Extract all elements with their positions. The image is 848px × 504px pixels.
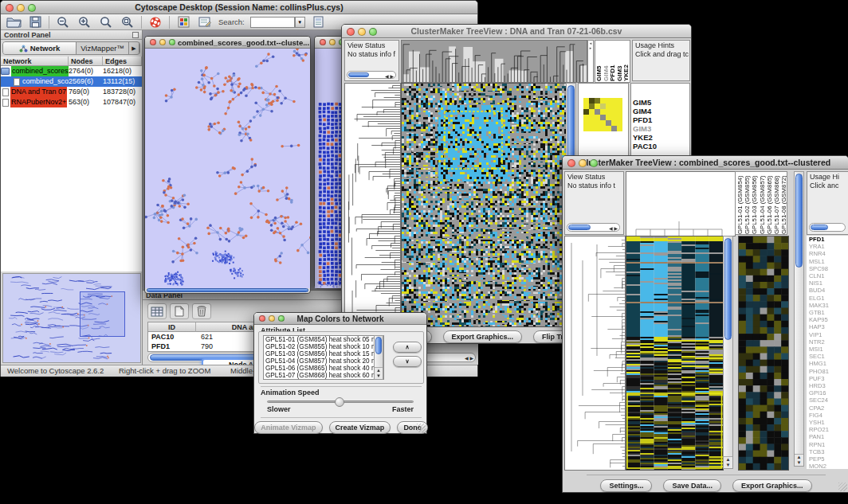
zoom-button[interactable] [590,159,598,167]
zoom-out-icon[interactable] [55,15,71,29]
tv1-heatmap[interactable] [401,83,567,327]
matrix-cell[interactable] [589,109,595,115]
gene-label[interactable]: YSH1 [809,419,848,426]
tab-vizmapper[interactable]: VizMapper™ [77,42,129,54]
matrix-cell[interactable] [606,120,611,126]
attribute-list-item[interactable]: GPL51-02 (GSM855) heat shock 10 min [265,343,383,350]
gene-label[interactable]: NTR2 [809,338,848,346]
gene-label[interactable]: RPO21 [809,426,848,433]
tv2-column-label[interactable]: GPL51-03 (GSM856) [751,172,758,234]
zoom-in-icon[interactable] [77,15,92,29]
tv2-status-hscrollbar[interactable]: ◀ ▶ [567,223,620,232]
matrix-cell[interactable] [589,104,595,109]
animation-speed-slider[interactable] [267,400,414,403]
matrix-cell[interactable] [595,126,600,131]
tv1-status-hscrollbar[interactable]: ◀ ▶ [347,71,396,79]
gene-label[interactable]: HMG1 [809,360,848,367]
gene-label[interactable]: PUF3 [809,375,848,382]
matrix-cell[interactable] [611,126,617,131]
minimize-button[interactable] [329,39,336,45]
tv2-column-label[interactable]: GPL51-07 (GSM868) [773,172,780,234]
gene-label[interactable]: RNR4 [809,250,848,257]
tv2-right-vscrollbar[interactable]: ▲▼ [794,171,804,467]
matrix-cell[interactable] [589,115,595,120]
tv2-heatmap[interactable] [626,236,724,471]
tv1-zoom-matrix[interactable] [583,98,622,131]
gene-label[interactable]: TCB3 [809,448,848,455]
matrix-cell[interactable] [617,120,622,126]
resize-grip[interactable] [417,424,426,432]
tv1-column-dendrogram[interactable] [401,40,587,83]
tv1-row-label[interactable]: PAC10 [633,142,689,150]
matrix-cell[interactable] [595,115,600,120]
tv1-row-label[interactable]: YKE2 [633,133,689,142]
tv1-row-label[interactable]: GIM4 [633,107,689,115]
tab-more[interactable]: ▶ [129,42,139,54]
slider-thumb[interactable] [335,397,344,407]
close-button[interactable] [6,4,14,12]
minimize-button[interactable] [269,315,275,322]
dialog-title-bar[interactable]: Map Colors to Network [254,313,426,325]
tv1-col-strip[interactable]: ◂▸ [587,40,594,83]
gene-label[interactable]: SPC98 [809,265,848,272]
matrix-cell[interactable] [617,115,622,120]
matrix-cell[interactable] [583,109,589,115]
matrix-cell[interactable] [583,126,589,131]
table-row[interactable]: combined_sco 2569(6) 13112(15) [1,76,142,87]
zoom-button[interactable] [369,28,377,36]
tv2-column-label[interactable]: GPL51-08 (GSM872) [780,172,787,234]
matrix-cell[interactable] [611,104,617,109]
gene-label[interactable]: PFD1 [809,236,848,243]
tv2-row-dendrogram[interactable] [564,236,626,471]
matrix-cell[interactable] [589,126,595,131]
tv2-usage-hscrollbar[interactable] [809,223,846,232]
minimize-button[interactable] [17,4,25,12]
tv2-column-label[interactable]: GPL51-01 (GSM854) [736,172,744,234]
close-button[interactable] [259,315,265,322]
matrix-cell[interactable] [600,115,606,120]
gene-label[interactable]: MAK31 [809,302,848,309]
float-panel-icon[interactable] [132,32,139,38]
matrix-cell[interactable] [595,104,600,109]
zoom-fit-icon[interactable] [120,15,135,29]
matrix-cell[interactable] [595,120,600,126]
help-lifesaver-icon[interactable] [147,15,163,29]
tab-network[interactable]: Network [3,42,77,54]
matrix-cell[interactable] [617,109,622,115]
tv2-column-dendrogram[interactable] [626,171,736,236]
annotation-icon[interactable] [197,15,213,29]
matrix-cell[interactable] [600,120,606,126]
report-icon[interactable] [311,15,327,29]
minimize-button[interactable] [159,39,166,45]
matrix-cell[interactable] [611,115,617,120]
tv1-row-dendrogram[interactable] [344,83,401,327]
close-button[interactable] [150,39,156,45]
matrix-cell[interactable] [600,98,606,104]
id-column-header[interactable]: ID [148,322,196,332]
table-row[interactable]: RNAPuberNov2+ 563(0) 107847(0) [1,97,142,107]
matrix-cell[interactable] [583,120,589,126]
tv1-row-label[interactable]: GIM3 [633,124,689,133]
matrix-cell[interactable] [600,109,606,115]
gene-label[interactable]: GPI16 [809,389,848,397]
dialog-button[interactable]: Create Vizmap [329,421,391,434]
treeview1-title-bar[interactable]: ClusterMaker TreeView : DNA and Tran 07-… [342,25,691,38]
matrix-cell[interactable] [611,109,617,115]
matrix-cell[interactable] [583,115,589,120]
search-dropdown-button[interactable]: ▼ [295,17,305,28]
zoom-button[interactable] [169,39,175,45]
zoom-actual-icon[interactable] [98,15,114,29]
main-title-bar[interactable]: Cytoscape Desktop (Session Name: collins… [1,1,477,14]
close-button[interactable] [320,39,326,45]
matrix-cell[interactable] [617,104,622,109]
gene-label[interactable]: PHO81 [809,368,848,375]
attribute-list-item[interactable]: GPL51-01 (GSM854) heat shock 05 min [265,336,383,343]
matrix-cell[interactable] [606,109,611,115]
tv1-action-button[interactable]: Export Graphics... [443,330,523,343]
move-down-button[interactable]: ∨ [393,356,422,367]
save-button[interactable] [27,15,43,29]
gene-label[interactable]: BUD4 [809,287,848,294]
matrix-cell[interactable] [589,120,595,126]
tv2-action-button[interactable]: Settings... [600,479,652,492]
gene-label[interactable]: HAP3 [809,323,848,330]
